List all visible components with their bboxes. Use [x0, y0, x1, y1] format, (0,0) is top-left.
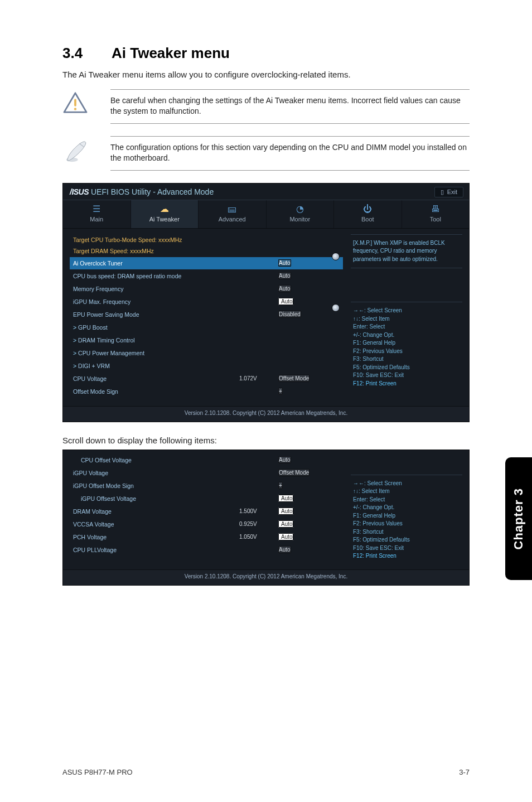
footer-page: 3-7	[459, 768, 470, 776]
key-help: →←: Select Screen ↑↓: Select Item Enter:…	[351, 302, 462, 389]
asus-logo: /ISUS	[70, 187, 89, 196]
warning-text: Be careful when changing the settings of…	[110, 89, 470, 124]
tab-ai-tweaker[interactable]: ☁Ai Tweaker	[131, 200, 199, 228]
chip-icon: 🖴	[199, 205, 266, 214]
igpu-max-value[interactable]: Auto	[278, 298, 293, 305]
intro-text: The Ai Tweaker menu items allow you to c…	[62, 70, 470, 79]
tab-main[interactable]: ☰Main	[63, 200, 131, 228]
scroll-up-icon[interactable]	[332, 253, 340, 260]
row-ai-overclock-tuner[interactable]: Ai Overclock Tuner Auto	[70, 257, 343, 269]
row-digi-vrm[interactable]: DIGI + VRM	[70, 360, 343, 372]
row-cpu-bus-speed[interactable]: CPU bus speed: DRAM speed ratio mode Aut…	[70, 270, 343, 282]
scroll-hint-text: Scroll down to display the following ite…	[62, 436, 470, 445]
page-footer: ASUS P8H77-M PRO 3-7	[62, 768, 470, 776]
row-cpu-offset-voltage[interactable]: CPU Offset Voltage Auto	[70, 454, 343, 466]
row-offset-mode-sign[interactable]: Offset Mode Sign +	[70, 385, 343, 398]
tool-icon: 🖶	[402, 205, 470, 214]
exit-icon: ▯	[441, 189, 444, 196]
gauge-icon: ◔	[267, 205, 334, 214]
tab-advanced[interactable]: 🖴Advanced	[199, 200, 267, 228]
scroll-down-icon[interactable]	[332, 304, 340, 312]
bios-footer: Version 2.10.1208. Copyright (C) 2012 Am…	[63, 406, 469, 422]
memory-freq-value[interactable]: Auto	[278, 285, 291, 292]
key-help-lower: →←: Select Screen ↑↓: Select Item Enter:…	[351, 475, 462, 562]
row-epu-power-saving[interactable]: EPU Power Saving Mode Disabled	[70, 308, 343, 321]
warning-icon	[62, 106, 88, 115]
section-heading: 3.4Ai Tweaker menu	[62, 45, 470, 62]
igpu-voltage-value[interactable]: Offset Mode	[278, 469, 309, 476]
igpu-offset-v-value[interactable]: Auto	[278, 495, 293, 502]
row-igpu-offset-mode-sign[interactable]: iGPU Offset Mode Sign +	[70, 480, 343, 492]
row-igpu-max-frequency[interactable]: iGPU Max. Frequency Auto	[70, 296, 343, 308]
row-dram-voltage[interactable]: DRAM Voltage 1.500V Auto	[70, 505, 343, 518]
list-icon: ☰	[63, 205, 130, 214]
ai-overclock-value[interactable]: Auto	[278, 259, 291, 267]
pch-voltage-value[interactable]: Auto	[278, 533, 293, 540]
note-callout: The configuration options for this secti…	[62, 136, 470, 171]
note-text: The configuration options for this secti…	[110, 136, 470, 171]
tab-tool[interactable]: 🖶Tool	[402, 200, 470, 228]
bios-tabs: ☰Main ☁Ai Tweaker 🖴Advanced ◔Monitor ⏻Bo…	[63, 200, 469, 229]
row-cpu-pll-voltage[interactable]: CPU PLLVoltage Auto	[70, 544, 343, 556]
dram-voltage-value[interactable]: Auto	[278, 508, 293, 515]
offset-sign-value[interactable]: +	[278, 388, 283, 395]
note-icon	[62, 156, 88, 166]
section-title: Ai Tweaker menu	[112, 45, 230, 61]
row-igpu-offset-voltage[interactable]: iGPU Offsest Voltage Auto	[70, 492, 343, 505]
cpu-pll-value[interactable]: Auto	[278, 546, 291, 553]
igpu-sign-value[interactable]: +	[278, 482, 283, 489]
row-pch-voltage[interactable]: PCH Voltage 1.050V Auto	[70, 531, 343, 543]
cloud-icon: ☁	[131, 205, 199, 214]
warning-callout: Be careful when changing the settings of…	[62, 89, 470, 124]
help-text: [X.M.P.] When XMP is enabled BCLK freque…	[351, 234, 462, 269]
tab-boot[interactable]: ⏻Boot	[334, 200, 402, 228]
bios-title: /ISUS UEFI BIOS Utility - Advanced Mode	[70, 187, 214, 196]
svg-point-1	[74, 108, 76, 110]
row-dram-timing-control[interactable]: DRAM Timing Control	[70, 334, 343, 346]
row-cpu-power-management[interactable]: CPU Power Management	[70, 347, 343, 359]
bios-footer-lower: Version 2.10.1208. Copyright (C) 2012 Am…	[63, 569, 469, 585]
row-igpu-voltage[interactable]: iGPU Voltage Offset Mode	[70, 467, 343, 479]
cpu-voltage-value[interactable]: Offset Mode	[278, 375, 309, 382]
cpu-offset-v-value[interactable]: Auto	[278, 456, 291, 463]
vccsa-voltage-value[interactable]: Auto	[278, 520, 293, 528]
exit-button[interactable]: ▯ Exit	[434, 187, 463, 197]
row-cpu-voltage[interactable]: CPU Voltage 1.072V Offset Mode	[70, 373, 343, 385]
cpu-bus-value[interactable]: Auto	[278, 272, 291, 279]
chapter-tab: Chapter 3	[505, 457, 532, 580]
row-vccsa-voltage[interactable]: VCCSA Voltage 0.925V Auto	[70, 518, 343, 530]
row-memory-frequency[interactable]: Memory Frequency Auto	[70, 283, 343, 295]
tab-monitor[interactable]: ◔Monitor	[267, 200, 335, 228]
svg-rect-0	[74, 99, 76, 106]
footer-model: ASUS P8H77-M PRO	[62, 768, 133, 776]
target-cpu-speed: Target CPU Turbo-Mode Speed: xxxxMHz	[70, 234, 343, 245]
row-gpu-boost[interactable]: GPU Boost	[70, 321, 343, 334]
epu-value[interactable]: Disabled	[278, 311, 301, 318]
section-number: 3.4	[62, 45, 112, 62]
bios-panel-upper: /ISUS UEFI BIOS Utility - Advanced Mode …	[62, 183, 470, 422]
target-dram-speed: Target DRAM Speed: xxxxMHz	[70, 245, 343, 257]
power-icon: ⏻	[334, 205, 402, 214]
bios-panel-lower: CPU Offset Voltage Auto iGPU Voltage Off…	[62, 450, 470, 586]
